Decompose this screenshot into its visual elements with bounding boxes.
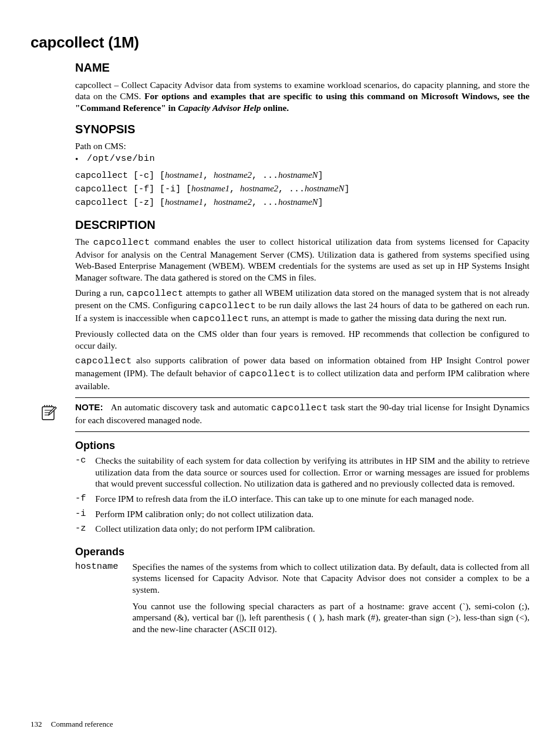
desc-p2d: capcollect: [199, 301, 256, 311]
syn2-argn: hostnameN: [305, 184, 345, 193]
option-flag-c: -c: [75, 455, 95, 493]
options-table: -c Checks the suitability of each system…: [75, 455, 529, 538]
footer-page-number: 132: [31, 720, 42, 728]
syn2-arg2: hostname2: [240, 184, 278, 193]
desc-p2b: capcollect: [127, 288, 184, 299]
option-flag-z: -z: [75, 523, 95, 538]
operands-heading: Operands: [75, 545, 529, 559]
note-rule-bottom: [75, 431, 529, 432]
option-flag-f: -f: [75, 493, 95, 508]
syn2-sep1: ,: [230, 184, 240, 194]
synopsis-path-label: Path on CMS:: [75, 140, 529, 152]
operand-p1: Specifies the names of the systems from …: [132, 561, 529, 596]
desc-p1b: capcollect: [93, 237, 150, 248]
synopsis-usage-block: capcollect [-c] [hostname1, hostname2, .…: [75, 169, 529, 209]
page-title: capcollect (1M): [31, 33, 529, 52]
note-label: NOTE:: [75, 402, 103, 412]
description-p2: During a run, capcollect attempts to gat…: [75, 287, 529, 325]
syn3-sep1: ,: [203, 198, 214, 208]
syn1-arg2: hostname2: [214, 170, 252, 180]
syn1-close: ]: [318, 171, 323, 181]
option-desc-c: Checks the suitability of each system fo…: [95, 455, 529, 493]
option-desc-z: Collect utilization data only; do not pe…: [95, 523, 529, 538]
option-flag-i: -i: [75, 508, 95, 524]
syn3-arg2: hostname2: [214, 197, 252, 207]
options-heading: Options: [75, 439, 529, 453]
operand-row-hostname: hostname Specifies the names of the syst…: [75, 561, 529, 634]
option-row-z: -z Collect utilization data only; do not…: [75, 523, 529, 538]
syn2-sep2: , ...: [278, 184, 305, 194]
desc-p1a: The: [75, 237, 93, 247]
synopsis-line-2: capcollect [-f] [-i] [hostname1, hostnam…: [75, 183, 529, 196]
operand-p2: You cannot use the following special cha…: [132, 600, 529, 635]
synopsis-path-bullet: • /opt/vse/bin: [75, 153, 529, 165]
note-icon: [31, 401, 75, 424]
syn1-cmd: capcollect [-c] [: [75, 171, 165, 181]
synopsis-path-value: /opt/vse/bin: [87, 153, 155, 165]
desc-p2a: During a run,: [75, 288, 127, 298]
option-desc-i: Perform IPM calibration only; do not col…: [95, 508, 529, 524]
synopsis-line-3: capcollect [-z] [hostname1, hostname2, .…: [75, 196, 529, 210]
syn3-argn: hostnameN: [278, 197, 318, 207]
note-rule-top: [75, 397, 529, 398]
footer-section-label: Command reference: [51, 720, 113, 728]
syn1-sep2: , ...: [252, 171, 278, 181]
desc-p4a: capcollect: [75, 356, 132, 366]
synopsis-line-1: capcollect [-c] [hostname1, hostname2, .…: [75, 169, 529, 183]
note-t1: An automatic discovery task and automati…: [111, 402, 271, 412]
desc-p2f: capcollect: [193, 313, 249, 324]
page-footer: 132 Command reference: [31, 720, 113, 730]
desc-p2g: runs, an attempt is made to gather the m…: [249, 313, 506, 323]
description-p1: The capcollect command enables the user …: [75, 236, 529, 283]
section-name-heading: NAME: [75, 60, 529, 76]
note-block: NOTE: An automatic discovery task and au…: [31, 401, 529, 426]
manpage-document: capcollect (1M) NAME capcollect – Collec…: [0, 0, 560, 746]
description-p3: Previously collected data on the CMS old…: [75, 328, 529, 351]
section-synopsis-heading: SYNOPSIS: [75, 122, 529, 137]
syn1-argn: hostnameN: [278, 170, 318, 180]
operands-table: hostname Specifies the names of the syst…: [75, 561, 529, 634]
syn2-cmd: capcollect [-f] [-i] [: [75, 184, 191, 194]
note-body: NOTE: An automatic discovery task and au…: [75, 401, 529, 426]
syn3-cmd: capcollect [-z] [: [75, 198, 165, 208]
syn2-arg1: hostname1: [191, 184, 230, 193]
option-row-c: -c Checks the suitability of each system…: [75, 455, 529, 493]
svg-rect-0: [42, 407, 54, 420]
description-p4: capcollect also supports calibration of …: [75, 355, 529, 391]
bullet-dot: •: [75, 153, 87, 165]
name-text-after: online.: [261, 103, 289, 113]
syn2-close: ]: [345, 184, 350, 194]
operand-key-hostname: hostname: [75, 561, 132, 634]
name-text-italic: Capacity Advisor Help: [178, 103, 261, 113]
option-row-f: -f Force IPM to refresh data from the iL…: [75, 493, 529, 508]
syn3-close: ]: [318, 198, 323, 208]
section-description-heading: DESCRIPTION: [75, 218, 529, 233]
name-paragraph: capcollect – Collect Capacity Advisor da…: [75, 79, 529, 114]
option-row-i: -i Perform IPM calibration only; do not …: [75, 508, 529, 524]
desc-p4c: capcollect: [239, 369, 296, 379]
option-desc-f: Force IPM to refresh data from the iLO i…: [95, 493, 529, 508]
syn1-arg1: hostname1: [165, 170, 203, 180]
operand-desc-hostname: Specifies the names of the systems from …: [132, 561, 529, 634]
syn3-sep2: , ...: [252, 198, 278, 208]
syn1-sep1: ,: [203, 171, 214, 181]
syn3-arg1: hostname1: [165, 197, 203, 207]
note-t2: capcollect: [271, 403, 328, 413]
